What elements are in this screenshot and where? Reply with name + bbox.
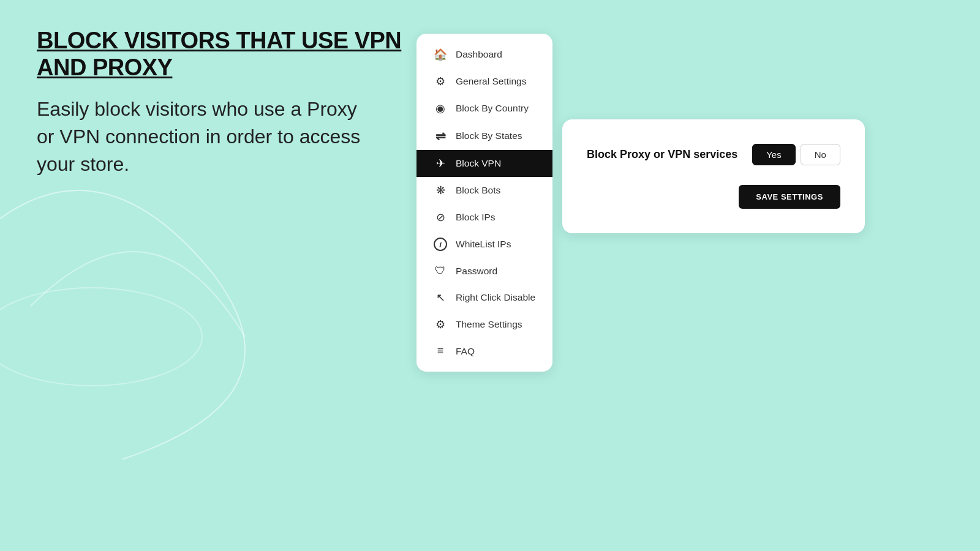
sidebar-item-password[interactable]: 🛡 Password	[417, 258, 552, 284]
globe-icon: ◉	[434, 102, 447, 115]
sidebar-item-theme-settings[interactable]: ⚙ Theme Settings	[417, 311, 552, 338]
password-icon: 🛡	[434, 264, 447, 277]
left-section: BLOCK VISITORS THAT USE VPN AND PROXY Ea…	[37, 28, 417, 178]
sidebar-item-label: Password	[456, 266, 497, 277]
panel-option-row: Block Proxy or VPN services Yes No	[587, 144, 840, 165]
sidebar-item-label: FAQ	[456, 346, 475, 357]
bots-icon: ❋	[434, 184, 447, 197]
sidebar-item-dashboard[interactable]: 🏠 Dashboard	[417, 41, 552, 68]
sidebar-item-label: Right Click Disable	[456, 292, 535, 303]
block-ips-icon: ⊘	[434, 211, 447, 224]
sidebar-item-label: Block By Country	[456, 103, 529, 114]
sidebar-item-block-vpn[interactable]: ✈ Block VPN	[417, 150, 552, 177]
save-settings-button[interactable]: SAVE SETTINGS	[739, 185, 840, 209]
sidebar-item-block-states[interactable]: ⇌ Block By States	[417, 122, 552, 150]
sidebar-item-block-bots[interactable]: ❋ Block Bots	[417, 177, 552, 204]
sidebar-item-label: WhiteList IPs	[456, 239, 511, 250]
states-icon: ⇌	[434, 129, 447, 143]
page-title: BLOCK VISITORS THAT USE VPN AND PROXY	[37, 28, 417, 81]
sidebar-item-right-click-disable[interactable]: ↖ Right Click Disable	[417, 284, 552, 311]
sidebar-item-label: Theme Settings	[456, 319, 522, 330]
panel-label: Block Proxy or VPN services	[587, 148, 737, 161]
vpn-icon: ✈	[434, 157, 447, 170]
yes-button[interactable]: Yes	[752, 144, 795, 165]
no-button[interactable]: No	[801, 144, 840, 165]
sidebar-item-general-settings[interactable]: ⚙ General Settings	[417, 68, 552, 95]
sidebar-menu: 🏠 Dashboard ⚙ General Settings ◉ Block B…	[417, 34, 552, 372]
sidebar-item-block-country[interactable]: ◉ Block By Country	[417, 95, 552, 122]
sidebar-item-faq[interactable]: ≡ FAQ	[417, 338, 552, 364]
page-subtitle: Easily block visitors who use a Proxy or…	[37, 96, 368, 178]
sidebar-item-label: Block VPN	[456, 158, 501, 169]
right-section: 🏠 Dashboard ⚙ General Settings ◉ Block B…	[417, 34, 865, 372]
theme-icon: ⚙	[434, 318, 447, 331]
sidebar-item-label: Block By States	[456, 130, 522, 141]
faq-icon: ≡	[434, 345, 447, 358]
sidebar-item-label: Block IPs	[456, 212, 496, 223]
sidebar-item-label: Dashboard	[456, 49, 502, 60]
whitelist-icon: i	[434, 238, 447, 251]
sidebar-item-block-ips[interactable]: ⊘ Block IPs	[417, 204, 552, 231]
sidebar-item-label: General Settings	[456, 76, 526, 87]
sidebar-item-label: Block Bots	[456, 185, 500, 196]
content-panel: Block Proxy or VPN services Yes No SAVE …	[562, 119, 865, 233]
sidebar-item-whitelist-ips[interactable]: i WhiteList IPs	[417, 231, 552, 258]
gear-icon: ⚙	[434, 75, 447, 88]
dashboard-icon: 🏠	[434, 48, 447, 61]
toggle-group: Yes No	[752, 144, 840, 165]
cursor-icon: ↖	[434, 291, 447, 304]
save-button-container: SAVE SETTINGS	[587, 185, 840, 209]
